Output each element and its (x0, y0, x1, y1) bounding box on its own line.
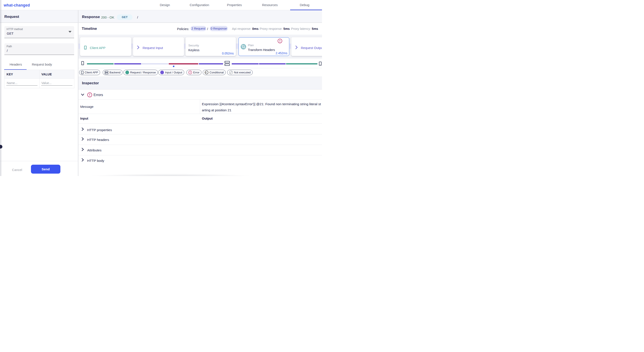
svg-text:IF...: IF... (205, 72, 208, 73)
